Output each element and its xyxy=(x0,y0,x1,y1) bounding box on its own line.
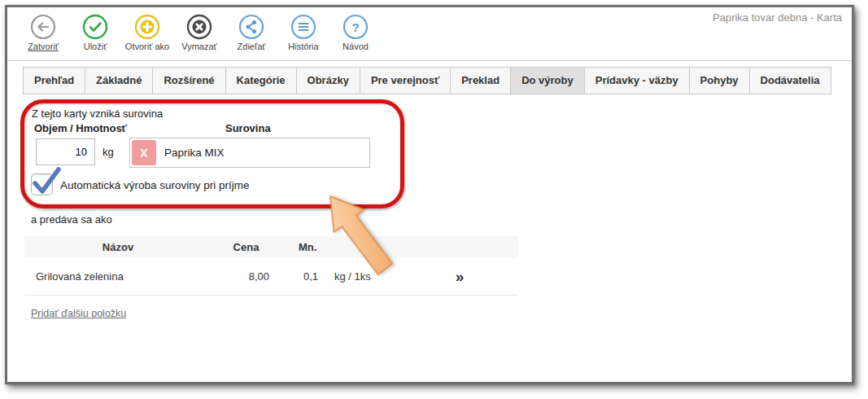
tab-kategorie[interactable]: Kategórie xyxy=(225,67,297,94)
cell-unit: kg / 1ks xyxy=(328,270,401,283)
material-label: Surovina xyxy=(225,122,271,134)
question-icon: ? xyxy=(342,14,369,40)
toolbar-label: Otvoriť ako xyxy=(124,42,170,51)
header-name: Názov xyxy=(24,241,212,253)
screenshot-stage: Zatvoriť Uložiť Otvoriť ako xyxy=(0,0,868,399)
help-button[interactable]: ? Návod xyxy=(333,13,378,51)
tab-dodavatelia[interactable]: Dodávatelia xyxy=(749,67,831,94)
toolbar-label: Uložiť xyxy=(72,42,118,51)
tab-obrazky[interactable]: Obrázky xyxy=(296,67,360,94)
window-title: Paprika tovar debna - Karta xyxy=(713,11,842,24)
checkmark-icon xyxy=(31,164,63,197)
header-price: Cena xyxy=(212,241,281,253)
auto-production-checkbox[interactable] xyxy=(31,173,53,195)
delete-x-icon xyxy=(186,14,212,40)
header-qty: Mn. xyxy=(281,241,328,253)
remove-material-button[interactable]: X xyxy=(132,140,156,165)
table-row: Grilovaná zelenina 8,00 0,1 kg / 1ks » xyxy=(24,258,518,296)
share-button[interactable]: Zdieľať xyxy=(229,13,274,51)
save-button[interactable]: Uložiť xyxy=(72,13,118,51)
open-as-button[interactable]: Otvoriť ako xyxy=(124,13,170,51)
auto-production-label: Automatická výroba suroviny pri príjme xyxy=(60,179,250,191)
tab-pohyby[interactable]: Pohyby xyxy=(689,67,750,94)
row-detail-chevron-button[interactable]: » xyxy=(456,269,465,284)
share-icon xyxy=(238,14,264,40)
toolbar: Zatvoriť Uložiť Otvoriť ako xyxy=(7,7,852,61)
card-window: Zatvoriť Uložiť Otvoriť ako xyxy=(5,5,854,384)
back-arrow-icon xyxy=(30,14,56,40)
volume-input[interactable] xyxy=(36,138,95,165)
plus-icon xyxy=(134,14,160,40)
volume-label: Objem / Hmotnosť xyxy=(34,122,127,134)
svg-text:?: ? xyxy=(351,20,359,34)
add-item-link[interactable]: Pridať ďalšiu položku xyxy=(31,308,126,319)
cell-qty: 0,1 xyxy=(281,270,328,283)
cell-price: 8,00 xyxy=(212,270,281,283)
material-field: X xyxy=(129,138,370,168)
tab-pridavky-vazby[interactable]: Prídavky - väzby xyxy=(584,67,690,94)
table-header-row: Názov Cena Mn. xyxy=(24,236,518,258)
tab-rozsirene[interactable]: Rozšírené xyxy=(152,67,225,94)
toolbar-label: Zatvoriť xyxy=(20,42,66,51)
tab-bar: Prehľad Základné Rozšírené Kategórie Obr… xyxy=(23,67,831,94)
menu-lines-icon xyxy=(290,14,316,40)
toolbar-label: Návod xyxy=(333,42,378,51)
tab-do-vyroby[interactable]: Do výroby xyxy=(510,67,585,94)
tab-zakladne[interactable]: Základné xyxy=(85,67,153,94)
close-button[interactable]: Zatvoriť xyxy=(20,13,66,51)
history-button[interactable]: História xyxy=(281,13,326,51)
toolbar-label: Zdieľať xyxy=(229,42,274,51)
material-input[interactable] xyxy=(156,147,368,159)
sales-intro-text: a predáva sa ako xyxy=(31,213,112,226)
tab-preklad[interactable]: Preklad xyxy=(450,67,511,94)
cell-name: Grilovaná zelenina xyxy=(24,270,212,283)
sales-table: Názov Cena Mn. Grilovaná zelenina 8,00 0… xyxy=(24,236,518,296)
production-intro-text: Z tejto karty vzniká surovina xyxy=(32,107,163,120)
toolbar-label: História xyxy=(281,42,326,51)
volume-unit-text: kg xyxy=(103,146,114,158)
toolbar-label: Vymazať xyxy=(177,42,222,51)
check-icon xyxy=(82,14,108,40)
tab-prehlad[interactable]: Prehľad xyxy=(23,67,85,94)
tab-pre-verejnost[interactable]: Pre verejnosť xyxy=(360,67,451,94)
delete-button[interactable]: Vymazať xyxy=(177,13,222,51)
pointer-arrow-annotation xyxy=(7,7,852,380)
